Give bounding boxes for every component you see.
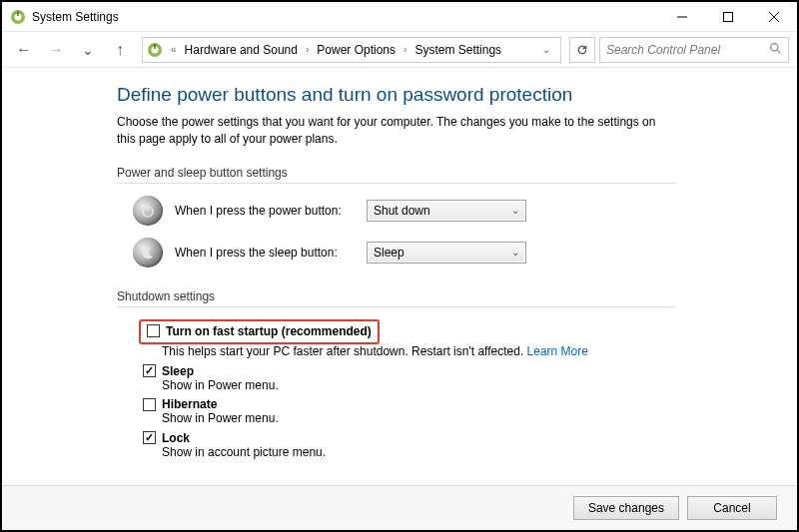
chevron-down-icon: ⌄ <box>511 247 519 258</box>
sleep-checkbox[interactable] <box>143 364 156 377</box>
page-title: Define power buttons and turn on passwor… <box>117 84 767 106</box>
fast-startup-checkbox[interactable] <box>147 324 160 337</box>
maximize-button[interactable] <box>705 2 751 31</box>
sleep-button-value: Sleep <box>374 246 404 260</box>
hibernate-checkbox[interactable] <box>143 398 156 411</box>
power-button-row: When I press the power button: Shut down… <box>133 196 767 226</box>
power-options-icon <box>147 42 163 58</box>
lock-checkbox[interactable] <box>143 431 156 444</box>
power-button-value: Shut down <box>374 204 430 218</box>
system-settings-window: System Settings ← → ⌄ ↑ « Hardware and S… <box>0 0 799 532</box>
shutdown-settings-list: Turn on fast startup (recommended) This … <box>133 319 767 461</box>
shutdown-item-hibernate: Hibernate Show in Power menu. <box>133 397 767 427</box>
content-area: Define power buttons and turn on passwor… <box>2 68 797 485</box>
breadcrumb-dropdown[interactable]: ⌄ <box>536 44 556 55</box>
nav-back-button[interactable]: ← <box>10 36 38 64</box>
fast-startup-description: This helps start your PC faster after sh… <box>162 344 767 360</box>
sleep-description: Show in Power menu. <box>162 378 767 394</box>
close-button[interactable] <box>751 2 797 31</box>
breadcrumb-item-power-options[interactable]: Power Options <box>315 43 398 57</box>
cancel-button[interactable]: Cancel <box>687 496 777 520</box>
titlebar: System Settings <box>2 2 797 32</box>
breadcrumb-separator: › <box>400 44 410 55</box>
footer-bar: Save changes Cancel <box>2 485 797 530</box>
lock-description: Show in account picture menu. <box>162 445 767 461</box>
svg-rect-9 <box>154 44 155 49</box>
power-icon <box>133 196 163 226</box>
search-icon <box>769 42 782 58</box>
nav-up-button[interactable]: ↑ <box>106 36 134 64</box>
window-controls <box>659 2 797 31</box>
fast-startup-highlight: Turn on fast startup (recommended) <box>139 319 380 345</box>
refresh-button[interactable] <box>569 37 595 63</box>
chevron-down-icon: ⌄ <box>511 205 519 216</box>
shutdown-item-sleep: Sleep Show in Power menu. <box>133 364 767 394</box>
save-changes-button[interactable]: Save changes <box>573 496 679 520</box>
hibernate-description: Show in Power menu. <box>162 411 767 427</box>
breadcrumb-item-hardware-sound[interactable]: Hardware and Sound <box>183 43 300 57</box>
shutdown-item-lock: Lock Show in account picture menu. <box>133 431 767 461</box>
sleep-button-dropdown[interactable]: Sleep ⌄ <box>367 242 526 264</box>
svg-point-10 <box>771 43 778 50</box>
section-shutdown: Shutdown settings <box>117 289 676 307</box>
page-description: Choose the power settings that you want … <box>117 114 676 148</box>
hibernate-label: Hibernate <box>162 397 217 411</box>
power-options-icon <box>10 9 26 25</box>
lock-label: Lock <box>162 431 190 445</box>
search-placeholder: Search Control Panel <box>606 43 720 57</box>
svg-rect-4 <box>724 12 733 21</box>
breadcrumb-root-glyph[interactable]: « <box>167 44 181 55</box>
search-input[interactable]: Search Control Panel <box>599 37 789 63</box>
fast-startup-label: Turn on fast startup (recommended) <box>166 324 372 338</box>
power-button-dropdown[interactable]: Shut down ⌄ <box>367 200 526 222</box>
learn-more-link[interactable]: Learn More <box>527 344 588 358</box>
breadcrumb[interactable]: « Hardware and Sound › Power Options › S… <box>142 37 561 63</box>
breadcrumb-separator: › <box>302 44 313 55</box>
sleep-label: Sleep <box>162 364 194 378</box>
sleep-button-row: When I press the sleep button: Sleep ⌄ <box>133 238 767 267</box>
power-button-label: When I press the power button: <box>175 204 355 218</box>
svg-rect-2 <box>17 11 18 16</box>
window-title: System Settings <box>32 10 659 24</box>
shutdown-item-fast-startup: Turn on fast startup (recommended) This … <box>133 319 767 360</box>
breadcrumb-item-system-settings[interactable]: System Settings <box>412 43 503 57</box>
sleep-button-label: When I press the sleep button: <box>175 246 355 260</box>
sleep-icon <box>133 238 163 267</box>
minimize-button[interactable] <box>659 2 705 31</box>
nav-forward-button[interactable]: → <box>42 36 70 64</box>
section-power-sleep: Power and sleep button settings <box>117 166 676 184</box>
svg-line-11 <box>777 50 780 53</box>
nav-recent-chevron[interactable]: ⌄ <box>74 36 102 64</box>
navbar: ← → ⌄ ↑ « Hardware and Sound › Power Opt… <box>2 32 797 68</box>
